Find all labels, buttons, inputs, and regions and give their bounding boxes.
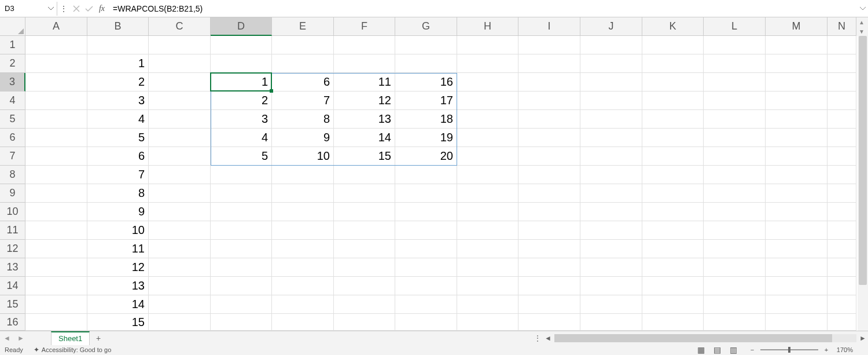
cell[interactable]	[518, 54, 580, 73]
cell[interactable]: 13	[334, 110, 395, 129]
row-header[interactable]: 7	[0, 147, 25, 166]
cell[interactable]: 5	[87, 129, 149, 147]
normal-view-icon[interactable]: ▦	[693, 345, 709, 355]
cell[interactable]	[766, 221, 827, 240]
zoom-slider[interactable]	[760, 349, 818, 350]
cell[interactable]	[580, 258, 642, 277]
column-header[interactable]: B	[87, 17, 149, 36]
cell[interactable]	[334, 184, 395, 203]
cell[interactable]	[518, 36, 580, 54]
name-box[interactable]	[1, 2, 46, 16]
row-header[interactable]: 5	[0, 110, 25, 129]
cell[interactable]	[827, 36, 856, 54]
cell[interactable]	[457, 295, 518, 314]
cell[interactable]	[580, 129, 642, 147]
cell[interactable]	[518, 277, 580, 295]
cell[interactable]	[704, 166, 766, 184]
zoom-in-button[interactable]: +	[822, 345, 831, 354]
cell[interactable]	[457, 221, 518, 240]
cell[interactable]	[87, 36, 149, 54]
cell[interactable]	[25, 314, 87, 331]
cell[interactable]	[457, 110, 518, 129]
cell[interactable]	[457, 184, 518, 203]
cell[interactable]	[457, 36, 518, 54]
tab-next-icon[interactable]: ►	[14, 331, 28, 345]
column-header[interactable]: J	[580, 17, 642, 36]
cell[interactable]	[25, 240, 87, 258]
cell[interactable]	[518, 110, 580, 129]
cell[interactable]: 2	[211, 92, 272, 110]
cell[interactable]	[642, 184, 704, 203]
cell[interactable]	[211, 54, 272, 73]
row-header[interactable]: 9	[0, 184, 25, 203]
cell[interactable]	[149, 221, 211, 240]
cell[interactable]	[457, 258, 518, 277]
row-header[interactable]: 8	[0, 166, 25, 184]
cell[interactable]	[704, 277, 766, 295]
cell[interactable]	[25, 110, 87, 129]
column-header[interactable]: E	[272, 17, 334, 36]
cell[interactable]	[149, 110, 211, 129]
sheet-tab[interactable]: Sheet1	[51, 331, 90, 345]
cell[interactable]	[334, 221, 395, 240]
cell[interactable]	[149, 258, 211, 277]
cell[interactable]	[580, 240, 642, 258]
cell[interactable]	[704, 314, 766, 331]
tab-prev-icon[interactable]: ◄	[0, 331, 14, 345]
cell[interactable]: 5	[211, 147, 272, 166]
row-header[interactable]: 4	[0, 92, 25, 110]
expand-formula-bar-icon[interactable]	[858, 2, 868, 16]
cell[interactable]	[766, 92, 827, 110]
cell[interactable]	[704, 221, 766, 240]
horizontal-scrollbar-thumb[interactable]	[554, 334, 832, 342]
cell[interactable]: 6	[87, 147, 149, 166]
row-header[interactable]: 11	[0, 221, 25, 240]
cell[interactable]	[580, 277, 642, 295]
cell[interactable]	[827, 54, 856, 73]
cell[interactable]	[25, 203, 87, 221]
cell[interactable]	[457, 277, 518, 295]
cell[interactable]	[827, 240, 856, 258]
cell[interactable]	[766, 147, 827, 166]
cell[interactable]	[642, 147, 704, 166]
cell[interactable]: 15	[334, 147, 395, 166]
cell[interactable]: 18	[395, 110, 457, 129]
cell[interactable]	[704, 258, 766, 277]
cell[interactable]: 3	[211, 110, 272, 129]
cell[interactable]	[642, 73, 704, 92]
cell[interactable]	[211, 221, 272, 240]
more-icon[interactable]: ⋮	[532, 333, 543, 343]
cell[interactable]	[704, 203, 766, 221]
cell[interactable]	[642, 258, 704, 277]
cell[interactable]	[766, 110, 827, 129]
cell[interactable]	[272, 295, 334, 314]
cell[interactable]	[25, 277, 87, 295]
cell[interactable]	[518, 73, 580, 92]
cell[interactable]: 14	[334, 129, 395, 147]
cell[interactable]	[334, 54, 395, 73]
cell[interactable]	[457, 166, 518, 184]
cell[interactable]	[518, 314, 580, 331]
cell[interactable]	[211, 36, 272, 54]
cell[interactable]	[518, 203, 580, 221]
row-header[interactable]: 16	[0, 314, 25, 331]
cell[interactable]: 16	[395, 73, 457, 92]
column-header[interactable]: L	[704, 17, 766, 36]
cell[interactable]	[211, 240, 272, 258]
cell[interactable]	[827, 184, 856, 203]
cell[interactable]	[766, 36, 827, 54]
cell[interactable]	[704, 240, 766, 258]
cell[interactable]: 13	[87, 277, 149, 295]
cell[interactable]	[642, 54, 704, 73]
cell[interactable]	[149, 166, 211, 184]
cell[interactable]	[580, 73, 642, 92]
add-sheet-button[interactable]: +	[90, 331, 107, 345]
cell[interactable]	[642, 129, 704, 147]
cell[interactable]	[766, 314, 827, 331]
column-header[interactable]: K	[642, 17, 704, 36]
cell[interactable]	[334, 314, 395, 331]
fx-icon[interactable]: fx	[95, 2, 108, 16]
cell[interactable]	[580, 166, 642, 184]
cell[interactable]: 10	[87, 221, 149, 240]
cell[interactable]	[211, 184, 272, 203]
